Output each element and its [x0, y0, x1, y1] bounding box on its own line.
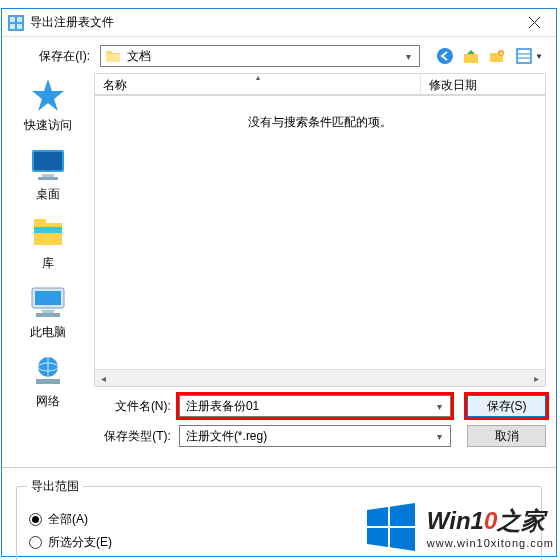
chevron-down-icon: ▾ — [435, 401, 444, 412]
sidebar-item-label: 此电脑 — [30, 324, 66, 341]
scroll-left-icon[interactable]: ◂ — [95, 370, 112, 387]
quick-access-icon — [28, 77, 68, 113]
scroll-right-icon[interactable]: ▸ — [528, 370, 545, 387]
svg-rect-28 — [42, 310, 54, 313]
svg-rect-3 — [10, 24, 15, 29]
chevron-down-icon: ▾ — [402, 51, 415, 62]
empty-message: 没有与搜索条件匹配的项。 — [248, 114, 392, 386]
places-sidebar: 快速访问 桌面 库 — [2, 73, 94, 387]
nav-toolbar: ★ ▼ — [434, 45, 546, 67]
svg-rect-4 — [17, 24, 22, 29]
svg-rect-24 — [34, 219, 46, 225]
regedit-icon — [8, 15, 24, 31]
close-icon — [529, 17, 540, 28]
radio-all-label: 全部(A) — [48, 511, 88, 528]
separator — [2, 467, 556, 468]
radio-branch[interactable]: 所选分支(E) — [29, 534, 529, 551]
filename-input[interactable]: 注册表备份01 ▾ — [179, 395, 451, 417]
svg-rect-15 — [517, 49, 531, 63]
column-name[interactable]: ▴ 名称 — [95, 74, 421, 94]
svg-marker-18 — [32, 79, 64, 111]
sidebar-item-label: 网络 — [36, 393, 60, 410]
export-registry-dialog: 导出注册表文件 保存在(I): 文档 ▾ — [1, 8, 557, 557]
svg-rect-33 — [36, 379, 60, 384]
new-folder-icon: ★ — [488, 47, 506, 65]
save-in-label: 保存在(I): — [26, 48, 94, 65]
horizontal-scrollbar[interactable]: ◂ ▸ — [95, 369, 545, 386]
filename-value: 注册表备份01 — [186, 398, 435, 415]
file-list-pane: ▴ 名称 修改日期 没有与搜索条件匹配的项。 ◂ ▸ — [94, 73, 546, 387]
sidebar-item-desktop[interactable]: 桌面 — [28, 146, 68, 203]
sidebar-item-label: 桌面 — [36, 186, 60, 203]
svg-rect-20 — [34, 152, 62, 170]
svg-point-10 — [437, 48, 453, 64]
svg-rect-9 — [106, 54, 120, 62]
save-in-value: 文档 — [127, 48, 402, 65]
views-icon — [515, 47, 533, 65]
titlebar: 导出注册表文件 — [2, 9, 556, 37]
list-header: ▴ 名称 修改日期 — [94, 73, 546, 95]
filetype-label: 保存类型(T): — [94, 428, 171, 445]
file-list[interactable]: 没有与搜索条件匹配的项。 ◂ ▸ — [94, 95, 546, 387]
up-folder-icon — [462, 47, 480, 65]
svg-rect-27 — [35, 291, 61, 305]
radio-icon — [29, 513, 42, 526]
column-label: 名称 — [103, 78, 127, 92]
sidebar-item-label: 快速访问 — [24, 117, 72, 134]
column-label: 修改日期 — [429, 78, 477, 92]
save-button-label: 保存(S) — [487, 398, 527, 415]
sidebar-item-network[interactable]: 网络 — [28, 353, 68, 410]
this-pc-icon — [28, 284, 68, 320]
svg-rect-8 — [106, 51, 112, 54]
body-area: 快速访问 桌面 库 — [2, 73, 556, 387]
network-icon — [28, 353, 68, 389]
export-range-group: 导出范围 全部(A) 所选分支(E) — [2, 470, 556, 560]
radio-branch-label: 所选分支(E) — [48, 534, 112, 551]
filetype-combo[interactable]: 注册文件(*.reg) ▾ — [179, 425, 451, 447]
save-in-row: 保存在(I): 文档 ▾ — [2, 37, 556, 73]
sidebar-item-libraries[interactable]: 库 — [28, 215, 68, 272]
cancel-button-label: 取消 — [495, 428, 519, 445]
radio-icon — [29, 536, 42, 549]
cancel-button[interactable]: 取消 — [467, 425, 546, 447]
back-icon — [436, 47, 454, 65]
save-button[interactable]: 保存(S) — [467, 395, 546, 417]
new-folder-button[interactable]: ★ — [486, 45, 508, 67]
folder-icon — [105, 48, 121, 64]
svg-rect-22 — [38, 177, 58, 180]
radio-all[interactable]: 全部(A) — [29, 511, 529, 528]
chevron-down-icon: ▼ — [535, 52, 543, 61]
file-rows: 文件名(N): 注册表备份01 ▾ 保存(S) 保存类型(T): 注册文件(*.… — [2, 387, 556, 465]
svg-rect-2 — [17, 17, 22, 22]
chevron-down-icon: ▾ — [435, 431, 444, 442]
desktop-icon — [28, 146, 68, 182]
up-button[interactable] — [460, 45, 482, 67]
libraries-icon — [28, 215, 68, 251]
sort-indicator-icon: ▴ — [256, 73, 260, 82]
svg-rect-11 — [464, 54, 478, 63]
export-range-title: 导出范围 — [27, 478, 83, 495]
svg-rect-23 — [34, 223, 62, 245]
save-in-combo[interactable]: 文档 ▾ — [100, 45, 420, 67]
svg-rect-25 — [34, 227, 62, 233]
column-date[interactable]: 修改日期 — [421, 74, 545, 94]
window-title: 导出注册表文件 — [30, 14, 512, 31]
svg-rect-21 — [42, 174, 54, 177]
sidebar-item-thispc[interactable]: 此电脑 — [28, 284, 68, 341]
filetype-value: 注册文件(*.reg) — [186, 428, 435, 445]
filename-label: 文件名(N): — [94, 398, 171, 415]
close-button[interactable] — [512, 9, 556, 37]
back-button[interactable] — [434, 45, 456, 67]
svg-rect-1 — [10, 17, 15, 22]
svg-rect-29 — [36, 313, 60, 317]
sidebar-item-label: 库 — [42, 255, 54, 272]
views-button[interactable]: ▼ — [512, 45, 546, 67]
sidebar-item-quickaccess[interactable]: 快速访问 — [24, 77, 72, 134]
